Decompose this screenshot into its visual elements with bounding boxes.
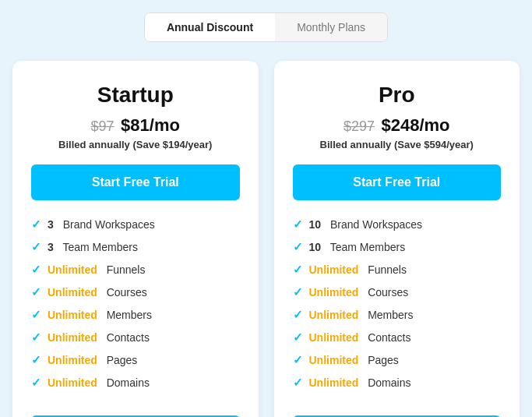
pro-billed-note: Billed annually (Save $594/year) — [293, 139, 502, 150]
list-item: ✓10 Brand Workspaces — [293, 217, 502, 231]
check-icon: ✓ — [293, 263, 303, 277]
billing-toggle: Annual Discount Monthly Plans — [144, 12, 388, 42]
list-item: ✓3 Brand Workspaces — [31, 217, 240, 231]
startup-price-row: $97 $81/mo — [31, 115, 240, 136]
check-icon: ✓ — [293, 330, 303, 345]
check-icon: ✓ — [31, 308, 41, 322]
check-icon: ✓ — [31, 376, 41, 390]
startup-billed-note: Billed annually (Save $194/year) — [31, 139, 240, 150]
list-item: ✓Unlimited Funnels — [31, 263, 240, 277]
list-item: ✓10 Team Members — [293, 240, 502, 254]
list-item: ✓Unlimited Funnels — [293, 263, 502, 277]
list-item: ✓Unlimited Domains — [293, 376, 502, 390]
startup-price-current: $81/mo — [121, 115, 180, 135]
list-item: ✓Unlimited Pages — [31, 353, 240, 367]
startup-plan-name: Startup — [31, 83, 240, 108]
plan-pro: Pro $297 $248/mo Billed annually (Save $… — [274, 61, 520, 417]
check-icon: ✓ — [31, 217, 41, 231]
startup-price-old: $97 — [91, 118, 115, 134]
list-item: ✓Unlimited Courses — [31, 285, 240, 299]
plans-container: Startup $97 $81/mo Billed annually (Save… — [12, 61, 520, 417]
check-icon: ✓ — [293, 308, 303, 322]
plan-startup: Startup $97 $81/mo Billed annually (Save… — [12, 61, 259, 417]
check-icon: ✓ — [31, 240, 41, 254]
pro-features: ✓10 Brand Workspaces ✓10 Team Members ✓U… — [293, 217, 502, 398]
pro-price-current: $248/mo — [381, 115, 449, 135]
pro-price-old: $297 — [344, 118, 375, 134]
check-icon: ✓ — [293, 217, 303, 231]
check-icon: ✓ — [293, 376, 303, 390]
pro-save-badge: (Save $594/year) — [394, 139, 474, 150]
list-item: ✓3 Team Members — [31, 240, 240, 254]
pro-price-row: $297 $248/mo — [293, 115, 502, 136]
list-item: ✓Unlimited Pages — [293, 353, 502, 367]
tab-annual-discount[interactable]: Annual Discount — [145, 13, 275, 41]
tab-monthly-plans[interactable]: Monthly Plans — [275, 13, 387, 41]
startup-features: ✓3 Brand Workspaces ✓3 Team Members ✓Unl… — [31, 217, 240, 398]
check-icon: ✓ — [293, 240, 303, 254]
list-item: ✓Unlimited Courses — [293, 285, 502, 299]
list-item: ✓Unlimited Contacts — [31, 330, 240, 345]
list-item: ✓Unlimited Members — [31, 308, 240, 322]
list-item: ✓Unlimited Members — [293, 308, 502, 322]
pro-plan-name: Pro — [293, 83, 502, 108]
check-icon: ✓ — [31, 330, 41, 345]
startup-save-badge: (Save $194/year) — [132, 139, 212, 150]
list-item: ✓Unlimited Contacts — [293, 330, 502, 345]
list-item: ✓Unlimited Domains — [31, 376, 240, 390]
startup-cta-top[interactable]: Start Free Trial — [31, 164, 240, 200]
pro-cta-top[interactable]: Start Free Trial — [293, 164, 502, 200]
check-icon: ✓ — [293, 285, 303, 299]
check-icon: ✓ — [293, 353, 303, 367]
check-icon: ✓ — [31, 263, 41, 277]
check-icon: ✓ — [31, 285, 41, 299]
check-icon: ✓ — [31, 353, 41, 367]
